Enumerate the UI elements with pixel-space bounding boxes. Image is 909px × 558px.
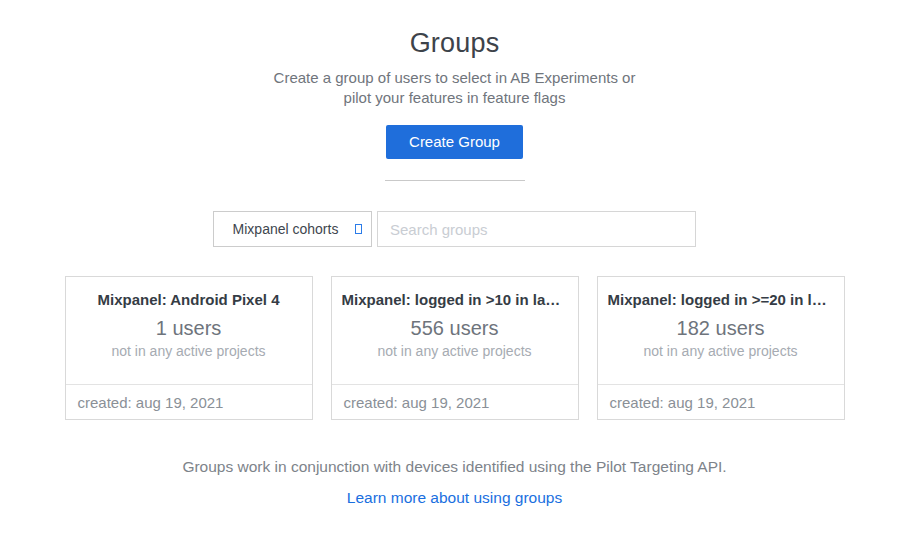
group-cards-row: Mixpanel: Android Pixel 4 1 users not in…	[65, 276, 845, 420]
section-divider	[385, 180, 525, 181]
group-card-project-note: not in any active projects	[598, 343, 844, 359]
group-card-created-date: created: aug 19, 2021	[598, 384, 844, 419]
group-card-project-note: not in any active projects	[332, 343, 578, 359]
group-card-user-count: 556 users	[332, 317, 578, 340]
page-title: Groups	[0, 28, 909, 59]
group-card-user-count: 182 users	[598, 317, 844, 340]
learn-more-row: Learn more about using groups	[0, 489, 909, 507]
dropdown-indicator-icon	[355, 224, 362, 234]
group-card-title: Mixpanel: logged in >10 in last 30 ...	[342, 291, 568, 308]
page-subtitle-line2: pilot your features in feature flags	[0, 88, 909, 108]
cohort-source-dropdown[interactable]: Mixpanel cohorts	[213, 211, 372, 247]
group-card[interactable]: Mixpanel: Android Pixel 4 1 users not in…	[65, 276, 313, 420]
group-card-created-date: created: aug 19, 2021	[66, 384, 312, 419]
group-card[interactable]: Mixpanel: logged in >=20 in last 30... 1…	[597, 276, 845, 420]
group-card[interactable]: Mixpanel: logged in >10 in last 30 ... 5…	[331, 276, 579, 420]
groups-page: Groups Create a group of users to select…	[0, 0, 909, 558]
group-card-created-date: created: aug 19, 2021	[332, 384, 578, 419]
search-groups-input[interactable]	[377, 211, 696, 247]
create-group-button-row: Create Group	[0, 125, 909, 159]
create-group-button[interactable]: Create Group	[386, 125, 523, 159]
pilot-targeting-info-text: Groups work in conjunction with devices …	[0, 458, 909, 476]
cohort-source-dropdown-value: Mixpanel cohorts	[233, 221, 339, 237]
page-subtitle: Create a group of users to select in AB …	[0, 68, 909, 108]
group-card-project-note: not in any active projects	[66, 343, 312, 359]
filter-controls: Mixpanel cohorts	[0, 211, 909, 247]
group-card-user-count: 1 users	[66, 317, 312, 340]
learn-more-link[interactable]: Learn more about using groups	[347, 489, 562, 506]
page-subtitle-line1: Create a group of users to select in AB …	[0, 68, 909, 88]
group-card-title: Mixpanel: logged in >=20 in last 30...	[608, 291, 834, 308]
page-header: Groups Create a group of users to select…	[0, 0, 909, 108]
group-card-title: Mixpanel: Android Pixel 4	[76, 291, 302, 308]
